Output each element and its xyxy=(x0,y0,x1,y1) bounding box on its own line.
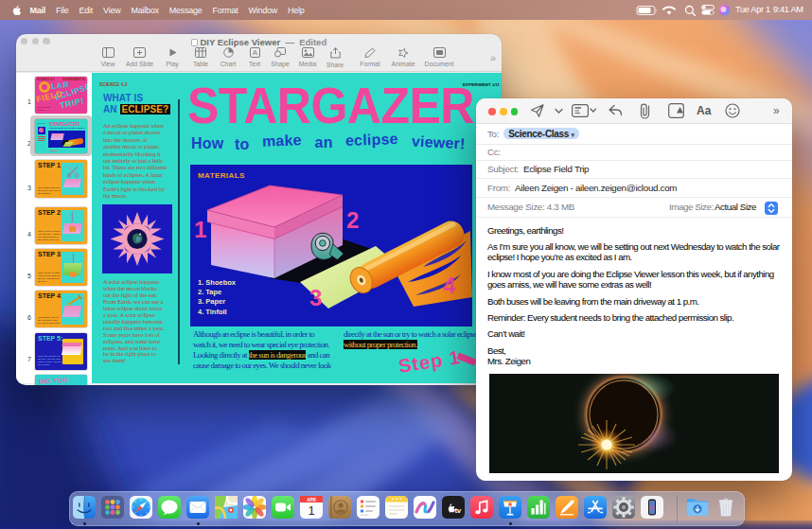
svg-text:1: 1 xyxy=(308,503,314,518)
svg-text:A: A xyxy=(252,48,257,57)
svg-text:4: 4 xyxy=(443,273,456,298)
svg-text:3: 3 xyxy=(309,285,322,310)
svg-text:APR: APR xyxy=(307,498,316,503)
svg-text:tv: tv xyxy=(455,506,462,515)
svg-text:2: 2 xyxy=(346,207,359,233)
svg-text:1: 1 xyxy=(194,217,206,242)
